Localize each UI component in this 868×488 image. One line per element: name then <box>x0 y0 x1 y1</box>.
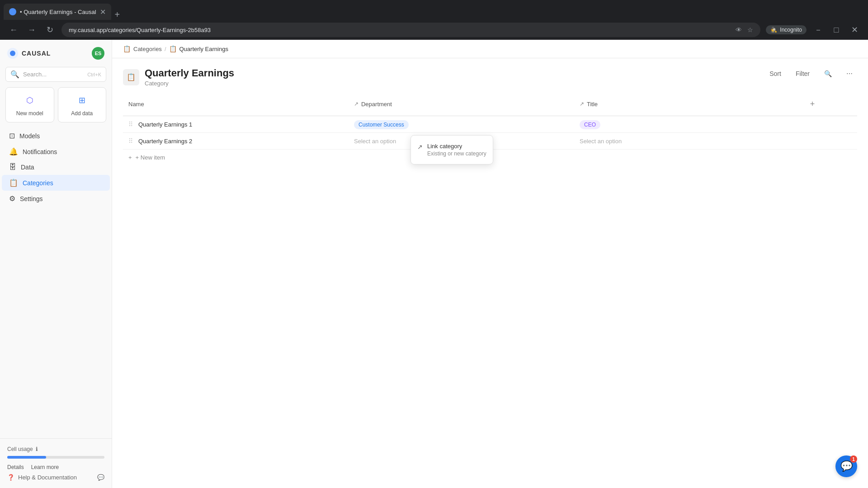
breadcrumb: 📋 Categories / 📋 Quarterly Earnings <box>112 40 868 58</box>
sidebar-footer: Cell usage ℹ Details Learn more ❓ Help &… <box>0 438 112 488</box>
breadcrumb-page-icon: 📋 <box>169 45 177 52</box>
reload-button[interactable]: ↻ <box>43 23 56 36</box>
row1-title-cell[interactable]: CEO <box>574 116 800 133</box>
avatar[interactable]: ES <box>92 47 104 60</box>
eye-off-icon: 👁 <box>736 26 742 33</box>
chat-icon: 💬 <box>840 460 853 472</box>
sidebar-item-models[interactable]: ⊡ Models <box>2 128 110 144</box>
row2-title-cell[interactable]: Select an option <box>574 133 800 150</box>
add-data-label: Add data <box>71 110 93 117</box>
footer-links: Details Learn more <box>7 464 104 470</box>
new-tab-button[interactable]: + <box>111 9 124 20</box>
models-icon: ⊡ <box>9 131 15 140</box>
cell-usage-text: Cell usage <box>7 446 33 452</box>
filter-button[interactable]: Filter <box>791 67 814 80</box>
progress-bar <box>7 456 104 459</box>
drag-handle-icon[interactable]: ⠿ <box>128 137 133 145</box>
page-title: Quarterly Earnings <box>145 67 234 79</box>
row1-department-tag[interactable]: Customer Success <box>354 120 409 129</box>
row1-name[interactable]: Quarterly Earnings 1 <box>138 121 192 128</box>
link-category-content: Link category Existing or new category <box>427 143 486 157</box>
sort-label: Sort <box>769 70 781 77</box>
table-row: ⠿ Quarterly Earnings 1 Customer Success … <box>123 116 857 133</box>
sidebar-item-settings-label: Settings <box>20 195 43 202</box>
new-model-button[interactable]: ⬡ New model <box>5 87 54 122</box>
search-icon: 🔍 <box>10 70 19 79</box>
link-category-dropdown: ↗ Link category Existing or new category <box>410 135 493 164</box>
sidebar-item-data[interactable]: 🗄 Data <box>2 160 110 175</box>
search-placeholder: Search... <box>23 71 84 78</box>
nav-items: ⊡ Models 🔔 Notifications 🗄 Data 📋 Catego… <box>0 128 112 438</box>
drag-handle-icon[interactable]: ⠿ <box>128 121 133 128</box>
sidebar-item-settings[interactable]: ⚙ Settings <box>2 191 110 206</box>
search-shortcut: Ctrl+K <box>87 72 101 77</box>
page-subtitle: Category <box>145 80 234 87</box>
main-content: 📋 Categories / 📋 Quarterly Earnings 📋 Qu… <box>112 40 868 488</box>
row1-name-cell: ⠿ Quarterly Earnings 1 <box>123 116 349 133</box>
quick-actions: ⬡ New model ⊞ Add data <box>0 87 112 128</box>
tab-favicon <box>9 8 16 15</box>
link-category-item[interactable]: ↗ Link category Existing or new category <box>411 138 493 161</box>
data-icon: 🗄 <box>9 163 16 171</box>
back-button[interactable]: ← <box>7 23 20 36</box>
notifications-icon: 🔔 <box>9 147 18 156</box>
col-add: + <box>800 92 857 116</box>
row1-department-cell[interactable]: Customer Success <box>349 116 574 133</box>
new-item-label[interactable]: + New item <box>136 154 165 161</box>
breadcrumb-separator: / <box>165 46 166 52</box>
sidebar-item-notifications[interactable]: 🔔 Notifications <box>2 144 110 160</box>
breadcrumb-root[interactable]: Categories <box>133 46 162 52</box>
link-category-icon: ↗ <box>417 143 423 150</box>
row2-title-placeholder[interactable]: Select an option <box>580 138 622 145</box>
url-bar[interactable]: my.causal.app/categories/Quarterly-Earni… <box>61 23 760 37</box>
new-model-label: New model <box>16 110 43 117</box>
tab-title: • Quarterly Earnings - Causal <box>20 9 96 15</box>
window-close-button[interactable]: ✕ <box>848 23 861 36</box>
search-button[interactable]: 🔍 <box>820 67 836 80</box>
forward-button[interactable]: → <box>25 23 38 36</box>
maximize-button[interactable]: □ <box>830 23 843 36</box>
title-col-icon: ↗ <box>580 101 584 107</box>
brand-logo <box>7 48 18 59</box>
incognito-label: Incognito <box>780 27 802 33</box>
search-bar[interactable]: 🔍 Search... Ctrl+K <box>5 67 106 82</box>
row2-name[interactable]: Quarterly Earnings 2 <box>138 138 192 145</box>
title-col-label: Title <box>587 101 598 108</box>
col-department: ↗ Department <box>349 92 574 116</box>
minimize-button[interactable]: － <box>812 23 825 36</box>
learn-more-link[interactable]: Learn more <box>31 464 59 470</box>
filter-label: Filter <box>796 70 810 77</box>
cell-usage-label: Cell usage ℹ <box>7 446 104 452</box>
add-column-button[interactable]: + <box>805 97 820 111</box>
progress-fill <box>7 456 46 459</box>
sidebar: CAUSAL ES 🔍 Search... Ctrl+K ⬡ New model… <box>0 40 112 488</box>
col-name: Name <box>123 92 349 116</box>
brand: CAUSAL <box>7 48 51 59</box>
help-row[interactable]: ❓ Help & Documentation 💬 <box>7 470 104 481</box>
categories-breadcrumb-icon: 📋 <box>123 45 131 52</box>
chat-button[interactable]: 💬 1 <box>835 455 857 477</box>
settings-icon: ⚙ <box>9 194 15 203</box>
breadcrumb-current: Quarterly Earnings <box>179 46 228 52</box>
sidebar-item-data-label: Data <box>21 164 34 171</box>
header-actions: Sort Filter 🔍 ⋯ <box>765 67 857 80</box>
chat-help-icon: 💬 <box>97 474 104 481</box>
name-col-label: Name <box>128 101 144 108</box>
add-data-button[interactable]: ⊞ Add data <box>58 87 107 122</box>
url-icons: 👁 ☆ <box>736 26 753 33</box>
sidebar-item-categories[interactable]: 📋 Categories <box>2 175 110 191</box>
sort-button[interactable]: Sort <box>765 67 786 80</box>
row2-department-placeholder[interactable]: Select an option <box>354 138 396 145</box>
details-link[interactable]: Details <box>7 464 24 470</box>
browser-tab[interactable]: • Quarterly Earnings - Causal ✕ <box>4 4 111 20</box>
bookmark-icon: ☆ <box>747 26 753 33</box>
info-icon: ℹ <box>36 446 38 452</box>
row1-title-tag[interactable]: CEO <box>580 120 600 129</box>
help-icon: ❓ <box>7 474 14 481</box>
close-tab-icon[interactable]: ✕ <box>100 8 106 16</box>
sidebar-item-notifications-label: Notifications <box>23 148 57 155</box>
more-options-button[interactable]: ⋯ <box>842 67 857 80</box>
incognito-badge: 🕵 Incognito <box>766 25 807 34</box>
add-data-icon: ⊞ <box>75 93 89 108</box>
row2-name-cell: ⠿ Quarterly Earnings 2 <box>123 133 349 150</box>
